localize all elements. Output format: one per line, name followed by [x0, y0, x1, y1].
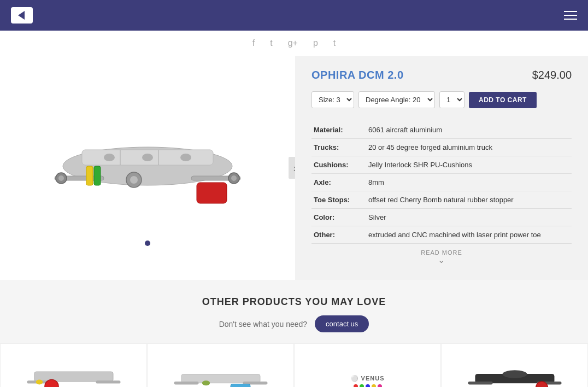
venus-colors — [354, 384, 382, 388]
spec-value: Jelly Interlock SHR PU-Cushions — [366, 156, 572, 174]
spec-label: Trucks: — [311, 139, 366, 156]
twitter-icon[interactable]: t — [270, 38, 272, 48]
svg-rect-29 — [468, 382, 492, 384]
product-image-container — [44, 90, 251, 232]
no-see-text: Don't see what you need? — [219, 320, 307, 329]
read-more-button[interactable]: READ MORE ⌄ — [311, 244, 572, 267]
venus-color-dot — [354, 384, 358, 388]
product-area: OPHIRA DCM 2.0 $249.00 Size: 3 Size: 4 S… — [0, 56, 588, 280]
svg-rect-24 — [174, 382, 198, 384]
hamburger-menu[interactable] — [564, 11, 577, 20]
spec-label: Other: — [311, 226, 366, 244]
top-nav — [0, 0, 588, 31]
svg-point-27 — [202, 380, 209, 385]
other-products-section: OTHER PRODUCTS YOU MAY LOVE Don't see wh… — [0, 280, 588, 343]
product-price: $249.00 — [532, 69, 572, 81]
tumblr-icon[interactable]: t — [333, 38, 336, 48]
thumb-4-image — [466, 354, 564, 387]
other-products-heading: OTHER PRODUCTS YOU MAY LOVE — [0, 296, 588, 308]
hamburger-line — [564, 15, 577, 16]
spec-row: Axle:8mm — [311, 174, 572, 191]
venus-product: ⚪ VENUS — [351, 375, 385, 388]
venus-color-dot — [360, 384, 364, 388]
spec-value: Silver — [366, 209, 572, 226]
facebook-icon[interactable]: f — [252, 38, 255, 48]
spec-row: Trucks:20 or 45 degree forged aluminium … — [311, 139, 572, 156]
svg-point-4 — [180, 154, 191, 161]
back-button[interactable] — [11, 7, 33, 24]
venus-color-dot — [372, 384, 376, 388]
thumb-2-image — [172, 354, 270, 387]
spec-row: Toe Stops:offset red Cherry Bomb natural… — [311, 191, 572, 209]
svg-point-3 — [142, 154, 153, 161]
spec-row: Color:Silver — [311, 209, 572, 226]
spec-label: Cushions: — [311, 156, 366, 174]
spec-row: Material:6061 aircraft aluminium — [311, 121, 572, 139]
hamburger-line — [564, 19, 577, 20]
social-bar: f t g+ p t — [0, 31, 588, 56]
carousel-dot-1[interactable] — [145, 241, 150, 246]
svg-point-32 — [502, 370, 527, 378]
product-image-section — [0, 56, 295, 280]
controls-row: Size: 3 Size: 4 Size: 5 Degree Angle: 20… — [311, 91, 572, 108]
spec-label: Material: — [311, 121, 366, 139]
svg-rect-11 — [197, 183, 227, 203]
svg-point-8 — [58, 175, 64, 181]
svg-rect-18 — [34, 372, 113, 382]
degree-select[interactable]: Degree Angle: 20 Degree Angle: 45 — [358, 91, 435, 108]
hamburger-line — [564, 11, 577, 12]
contact-row: Don't see what you need? contact us — [0, 315, 588, 332]
svg-point-15 — [130, 176, 138, 184]
googleplus-icon[interactable]: g+ — [288, 38, 298, 48]
pinterest-icon[interactable]: p — [313, 38, 318, 48]
contact-us-button[interactable]: contact us — [315, 315, 369, 332]
svg-rect-20 — [96, 380, 120, 383]
product-thumb-4[interactable] — [441, 343, 588, 387]
venus-color-dot — [378, 384, 382, 388]
thumb-1-image — [25, 354, 123, 387]
svg-point-10 — [231, 175, 237, 181]
svg-rect-13 — [94, 166, 101, 185]
product-info-section: OPHIRA DCM 2.0 $249.00 Size: 3 Size: 4 S… — [295, 56, 588, 280]
product-image — [49, 95, 246, 226]
spec-label: Axle: — [311, 174, 366, 191]
product-thumbnails: ⚪ VENUS — [0, 343, 588, 387]
product-thumb-1[interactable] — [0, 343, 147, 387]
spec-value: 6061 aircraft aluminium — [366, 121, 572, 139]
product-title: OPHIRA DCM 2.0 — [311, 69, 404, 81]
spec-label: Toe Stops: — [311, 191, 366, 209]
svg-rect-12 — [86, 166, 93, 185]
spec-value: 8mm — [366, 174, 572, 191]
spec-label: Color: — [311, 209, 366, 226]
svg-point-22 — [36, 379, 43, 384]
specs-table: Material:6061 aircraft aluminiumTrucks:2… — [311, 121, 572, 244]
product-thumb-2[interactable] — [147, 343, 294, 387]
spec-row: Cushions:Jelly Interlock SHR PU-Cushions — [311, 156, 572, 174]
add-to-cart-button[interactable]: ADD TO CART — [469, 92, 537, 108]
back-arrow-icon — [18, 11, 25, 20]
venus-color-dot — [366, 384, 370, 388]
quantity-select[interactable]: 1 2 3 — [439, 91, 464, 108]
spec-value: extruded and CNC machined with laser pri… — [366, 226, 572, 244]
size-select[interactable]: Size: 3 Size: 4 Size: 5 — [311, 91, 354, 108]
chevron-down-icon: ⌄ — [311, 256, 572, 265]
carousel-dots — [145, 241, 150, 246]
product-thumb-3[interactable]: ⚪ VENUS — [294, 343, 441, 387]
product-title-row: OPHIRA DCM 2.0 $249.00 — [311, 69, 572, 81]
svg-rect-26 — [231, 384, 250, 388]
spec-value: offset red Cherry Bomb natural rubber st… — [366, 191, 572, 209]
spec-row: Other:extruded and CNC machined with las… — [311, 226, 572, 244]
spec-value: 20 or 45 degree forged aluminium truck — [366, 139, 572, 156]
svg-point-2 — [104, 154, 115, 161]
